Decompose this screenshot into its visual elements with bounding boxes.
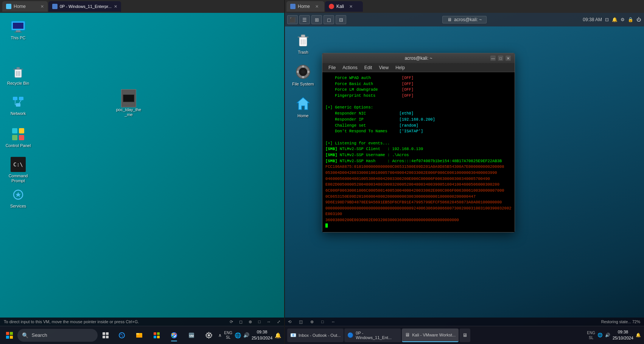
terminal-line-9: Challenge set [random] — [325, 123, 512, 129]
terminal-line-20: 6C006F00630061006C0005001400530040004200… — [325, 188, 512, 194]
search-box-label: Search — [31, 332, 47, 338]
win-tab-home[interactable]: Home ✕ — [2, 1, 48, 12]
system-clock[interactable]: 09:38 25/10/2024 — [252, 329, 272, 341]
volume-icon: 🔊 — [243, 332, 249, 338]
kali-tab-kali[interactable]: Kali ✕ — [325, 1, 363, 12]
terminal-line-15: [SMB] NTLMv2-SSP Hash : Acros:::4ef07400… — [325, 158, 512, 164]
kali-notif-bell[interactable]: 🔔 — [636, 333, 641, 338]
terminal-close-btn[interactable]: ✕ — [506, 56, 511, 61]
terminal-menu-edit[interactable]: Edit — [361, 64, 375, 71]
terminal-menu-actions[interactable]: Actions — [339, 64, 360, 71]
desktop-icon-network[interactable]: Network — [3, 92, 33, 118]
kali-sys-info-block: ENGSL — [587, 330, 595, 340]
svg-rect-35 — [157, 336, 160, 338]
vm-icon1: ◻ — [239, 319, 243, 324]
clock-date: 25/10/2024 — [252, 335, 272, 341]
start-button[interactable] — [3, 329, 16, 342]
kali-notify-bar: ⟲ ◫ ⊕ □ ↔ Restoring state... 72% — [284, 318, 644, 326]
kali-taskbar-app-op[interactable]: 🔵 0P - Windows_11_Ent... — [344, 329, 401, 342]
services-icon — [11, 187, 26, 202]
win-tab-vm-close[interactable]: ✕ — [114, 4, 117, 9]
desktop-icon-cmdprompt[interactable]: C:\ CommandPrompt — [3, 155, 33, 186]
notification-bell[interactable]: 🔔 — [275, 332, 281, 338]
kali-icon-filesystem[interactable]: File System — [289, 62, 317, 88]
kali-toolbar-btn2[interactable]: ☰ — [299, 15, 310, 24]
terminal-line-6: [+] Generic Options: — [325, 105, 512, 110]
kali-taskbar-app-inbox[interactable]: 📧 Inbox - Outlook - Out... — [287, 329, 344, 342]
kali-app-op-icon: 🔵 — [347, 332, 353, 338]
kali-toolbar-icon4[interactable]: 🔒 — [628, 17, 633, 22]
svg-point-54 — [307, 71, 310, 73]
kali-vm-status: ⟲ — [288, 319, 291, 324]
cmdprompt-label: CommandPrompt — [9, 174, 28, 183]
svg-rect-18 — [12, 135, 17, 140]
taskview-button[interactable] — [99, 329, 112, 342]
kali-desktop-icons: Trash File System — [289, 30, 317, 119]
win-tab-home-close[interactable]: ✕ — [40, 4, 44, 9]
svg-rect-28 — [106, 336, 109, 338]
terminal-maximize-btn[interactable]: □ — [498, 56, 503, 61]
kali-clock[interactable]: 09:38 25/10/2024 — [613, 329, 633, 341]
taskbar-app-vmware[interactable]: VM — [184, 329, 199, 342]
terminal-line-24: 36003800200E0030002E00320030003600000000… — [325, 217, 512, 223]
taskbar-app-chrome[interactable] — [166, 329, 182, 342]
kali-toolbar-btn1[interactable]: ⬛ — [287, 15, 298, 24]
kali-toolbar-icon2[interactable]: 🔔 — [612, 17, 618, 22]
desktop-icon-services[interactable]: Services — [3, 185, 33, 211]
kali-tab-home-close[interactable]: ✕ — [315, 4, 319, 9]
svg-rect-23 — [6, 336, 9, 339]
kali-icon-home[interactable]: Home — [289, 94, 317, 119]
svg-point-52 — [302, 76, 304, 78]
svg-rect-17 — [19, 128, 24, 133]
taskbar-app-edge[interactable] — [114, 329, 130, 342]
kali-vm-icon2: ◫ — [299, 319, 303, 324]
kali-toolbar-monitor-icon: 🖥 — [447, 17, 452, 22]
desktop-icon-thispc[interactable]: This PC — [3, 17, 33, 43]
kali-app-terminal-icon: 🖥 — [462, 332, 467, 338]
kali-tab-home[interactable]: Home ✕ — [286, 1, 324, 12]
kali-browser-tabbar: Home ✕ Kali ✕ — [284, 0, 644, 13]
kali-tab-kali-close[interactable]: ✕ — [349, 4, 353, 9]
kali-toolbar-btn5[interactable]: ⊟ — [336, 15, 346, 24]
kali-toolbar-icon5[interactable]: ⏻ — [636, 17, 641, 22]
kali-toolbar-btn3[interactable]: ⊞ — [311, 15, 322, 24]
kali-toolbar-icon1[interactable]: ⊡ — [605, 17, 609, 22]
taskbar-app-explorer[interactable] — [131, 329, 147, 342]
win-notify-text: To direct input to this VM, move the mou… — [4, 319, 139, 324]
win-systray: ∧ ENGSL 🌐 🔊 09:38 25/10/2024 🔔 — [218, 329, 281, 341]
desktop-icon-ctrlpanel[interactable]: Control Panel — [3, 124, 33, 150]
terminal-line-1: Force WPAD auth [OFF] — [325, 75, 512, 81]
trash-label: Trash — [298, 50, 308, 54]
terminal-minimize-btn[interactable]: — — [490, 56, 496, 61]
tray-chevron[interactable]: ∧ — [218, 333, 222, 338]
svg-rect-12 — [16, 103, 20, 107]
taskbar-app-settings[interactable] — [201, 329, 217, 342]
svg-point-38 — [173, 334, 175, 336]
desktop-icon-recyclebin[interactable]: Recycle Bin — [3, 62, 33, 88]
terminal-menu-help[interactable]: Help — [392, 64, 408, 71]
network-icon — [11, 95, 26, 110]
svg-point-50 — [301, 70, 305, 74]
win-search-box[interactable]: 🔍 Search — [17, 329, 98, 342]
win-taskbar: 🔍 Search — [0, 326, 284, 344]
kali-toolbar-btn4[interactable]: ◻ — [324, 15, 334, 24]
kali-toolbar-icon3[interactable]: ⚙ — [621, 17, 625, 22]
terminal-menu-view[interactable]: View — [376, 64, 392, 71]
svg-rect-21 — [6, 332, 9, 335]
file-label: poc_tday_the_me — [116, 107, 142, 117]
win-browser-tabbar: Home ✕ 0P - Windows_11_Enterpr... ✕ — [0, 0, 284, 13]
kali-icon-trash[interactable]: Trash — [289, 30, 317, 56]
taskbar-app-store[interactable] — [149, 329, 165, 342]
desktop-icon-file[interactable]: poc_tday_the_me — [114, 88, 144, 119]
win-tab-vm[interactable]: 0P - Windows_11_Enterpr... ✕ — [48, 1, 121, 12]
trash-icon — [295, 32, 311, 48]
terminal-line-7: Responder NIC [eth0] — [325, 111, 512, 116]
kali-taskbar-app-vmware[interactable]: 🖥 Kali - VMware Workst... — [402, 329, 459, 342]
svg-rect-26 — [106, 332, 109, 335]
svg-rect-22 — [10, 332, 13, 335]
lang-indicator: ENGSL — [224, 331, 232, 340]
svg-rect-10 — [13, 97, 17, 100]
kali-taskbar-app-terminal[interactable]: 🖥 — [459, 329, 470, 342]
kali-app-vmware-label: Kali - VMware Workst... — [412, 333, 456, 337]
terminal-menu-file[interactable]: File — [325, 64, 339, 71]
